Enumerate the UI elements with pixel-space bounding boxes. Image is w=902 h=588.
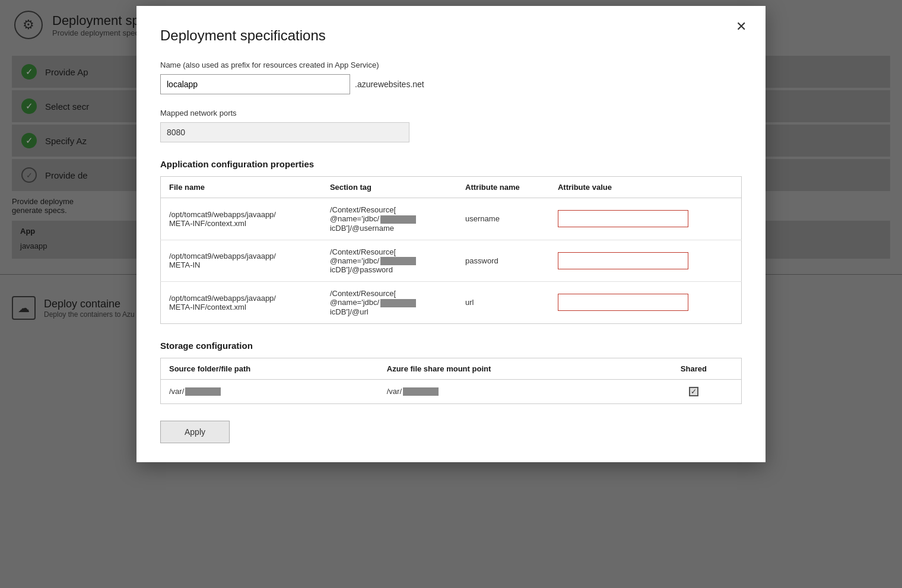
redacted-3 (380, 299, 416, 307)
config-row-2-attr-value-cell (550, 240, 742, 282)
config-section-title: Application configuration properties (160, 159, 742, 169)
ports-input[interactable] (160, 122, 409, 142)
apply-button[interactable]: Apply (160, 421, 230, 443)
col-header-mount-point: Azure file share mount point (379, 358, 646, 379)
name-input[interactable] (160, 74, 350, 94)
modal-dialog: Deployment specifications ✕ Name (also u… (136, 6, 766, 462)
redacted-2 (380, 257, 416, 265)
config-row-3-section-tag: /Context/Resource[ @name='jdbc/ icDB']/@… (322, 282, 457, 324)
col-header-shared: Shared (646, 358, 742, 379)
source-path-redacted (185, 387, 221, 396)
config-row-2-attr-name: password (457, 240, 550, 282)
storage-row-1-shared: ✓ (646, 379, 742, 403)
col-header-attr-value: Attribute value (550, 177, 742, 198)
config-row-3: /opt/tomcat9/webapps/javaapp/META-INF/co… (161, 282, 742, 324)
name-suffix: .azurewebsites.net (350, 80, 424, 89)
storage-config-table: Source folder/file path Azure file share… (160, 358, 742, 404)
modal-title: Deployment specifications (160, 27, 742, 44)
name-row: .azurewebsites.net (160, 74, 742, 94)
redacted-1 (380, 215, 416, 224)
config-row-2-section-tag: /Context/Resource[ @name='jdbc/ icDB']/@… (322, 240, 457, 282)
col-header-source-path: Source folder/file path (161, 358, 379, 379)
config-row-3-filename: /opt/tomcat9/webapps/javaapp/META-INF/co… (161, 282, 322, 324)
mount-path-redacted (403, 387, 439, 396)
attr-value-input-username[interactable] (558, 210, 688, 227)
config-row-1-filename: /opt/tomcat9/webapps/javaapp/META-INF/co… (161, 198, 322, 240)
config-row-1-attr-name: username (457, 198, 550, 240)
config-row-2: /opt/tomcat9/webapps/javaapp/META-IN /Co… (161, 240, 742, 282)
config-row-2-filename: /opt/tomcat9/webapps/javaapp/META-IN (161, 240, 322, 282)
close-button[interactable]: ✕ (731, 17, 751, 37)
attr-value-input-password[interactable] (558, 252, 688, 269)
shared-checkbox[interactable]: ✓ (689, 387, 698, 396)
config-row-1: /opt/tomcat9/webapps/javaapp/META-INF/co… (161, 198, 742, 240)
col-header-attr-name: Attribute name (457, 177, 550, 198)
col-header-section-tag: Section tag (322, 177, 457, 198)
storage-row-1: /var/ /var/ ✓ (161, 379, 742, 403)
config-row-1-attr-value-cell (550, 198, 742, 240)
name-field-label: Name (also used as prefix for resources … (160, 61, 742, 69)
storage-section-title: Storage configuration (160, 341, 742, 351)
config-properties-table: File name Section tag Attribute name Att… (160, 176, 742, 324)
ports-field-label: Mapped network ports (160, 109, 742, 117)
modal-overlay: Deployment specifications ✕ Name (also u… (0, 0, 902, 588)
storage-row-1-mount: /var/ (379, 379, 646, 403)
config-row-1-section-tag: /Context/Resource[ @name='jdbc/ icDB']/@… (322, 198, 457, 240)
col-header-filename: File name (161, 177, 322, 198)
storage-row-1-source: /var/ (161, 379, 379, 403)
attr-value-input-url[interactable] (558, 294, 688, 311)
config-row-3-attr-name: url (457, 282, 550, 324)
config-row-3-attr-value-cell (550, 282, 742, 324)
